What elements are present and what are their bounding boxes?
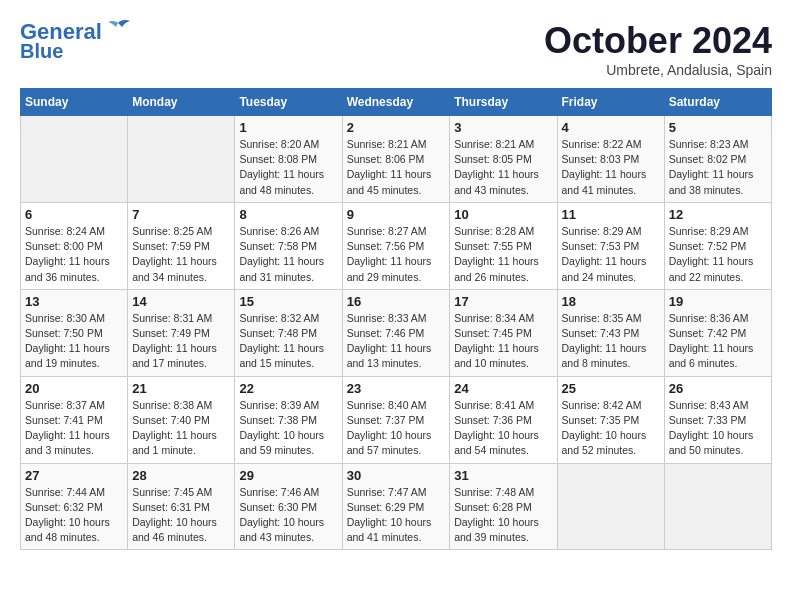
- day-number: 26: [669, 381, 767, 396]
- calendar-day-cell: 14Sunrise: 8:31 AMSunset: 7:49 PMDayligh…: [128, 289, 235, 376]
- calendar-day-cell: 4Sunrise: 8:22 AMSunset: 8:03 PMDaylight…: [557, 116, 664, 203]
- day-number: 1: [239, 120, 337, 135]
- day-number: 29: [239, 468, 337, 483]
- calendar-day-cell: 23Sunrise: 8:40 AMSunset: 7:37 PMDayligh…: [342, 376, 450, 463]
- day-number: 14: [132, 294, 230, 309]
- calendar-day-cell: 7Sunrise: 8:25 AMSunset: 7:59 PMDaylight…: [128, 202, 235, 289]
- day-number: 10: [454, 207, 552, 222]
- day-info: Sunrise: 7:48 AMSunset: 6:28 PMDaylight:…: [454, 485, 552, 546]
- day-number: 21: [132, 381, 230, 396]
- day-of-week-header: Thursday: [450, 89, 557, 116]
- logo-blue-text: Blue: [20, 40, 63, 62]
- calendar-day-cell: 18Sunrise: 8:35 AMSunset: 7:43 PMDayligh…: [557, 289, 664, 376]
- day-number: 17: [454, 294, 552, 309]
- calendar-day-cell: 15Sunrise: 8:32 AMSunset: 7:48 PMDayligh…: [235, 289, 342, 376]
- day-number: 24: [454, 381, 552, 396]
- day-info: Sunrise: 8:37 AMSunset: 7:41 PMDaylight:…: [25, 398, 123, 459]
- day-info: Sunrise: 7:47 AMSunset: 6:29 PMDaylight:…: [347, 485, 446, 546]
- day-number: 3: [454, 120, 552, 135]
- month-title: October 2024: [544, 20, 772, 62]
- day-info: Sunrise: 8:25 AMSunset: 7:59 PMDaylight:…: [132, 224, 230, 285]
- day-info: Sunrise: 8:23 AMSunset: 8:02 PMDaylight:…: [669, 137, 767, 198]
- day-of-week-header: Sunday: [21, 89, 128, 116]
- day-info: Sunrise: 8:43 AMSunset: 7:33 PMDaylight:…: [669, 398, 767, 459]
- day-number: 19: [669, 294, 767, 309]
- calendar-week-row: 13Sunrise: 8:30 AMSunset: 7:50 PMDayligh…: [21, 289, 772, 376]
- day-info: Sunrise: 8:35 AMSunset: 7:43 PMDaylight:…: [562, 311, 660, 372]
- day-info: Sunrise: 8:29 AMSunset: 7:53 PMDaylight:…: [562, 224, 660, 285]
- calendar-day-cell: 30Sunrise: 7:47 AMSunset: 6:29 PMDayligh…: [342, 463, 450, 550]
- day-number: 13: [25, 294, 123, 309]
- day-number: 2: [347, 120, 446, 135]
- logo: General Blue: [20, 20, 132, 62]
- calendar-week-row: 1Sunrise: 8:20 AMSunset: 8:08 PMDaylight…: [21, 116, 772, 203]
- day-info: Sunrise: 8:42 AMSunset: 7:35 PMDaylight:…: [562, 398, 660, 459]
- day-number: 8: [239, 207, 337, 222]
- day-number: 6: [25, 207, 123, 222]
- calendar-day-cell: [128, 116, 235, 203]
- calendar-day-cell: 25Sunrise: 8:42 AMSunset: 7:35 PMDayligh…: [557, 376, 664, 463]
- day-info: Sunrise: 8:22 AMSunset: 8:03 PMDaylight:…: [562, 137, 660, 198]
- calendar-day-cell: 29Sunrise: 7:46 AMSunset: 6:30 PMDayligh…: [235, 463, 342, 550]
- day-info: Sunrise: 8:24 AMSunset: 8:00 PMDaylight:…: [25, 224, 123, 285]
- day-info: Sunrise: 8:32 AMSunset: 7:48 PMDaylight:…: [239, 311, 337, 372]
- day-info: Sunrise: 8:21 AMSunset: 8:05 PMDaylight:…: [454, 137, 552, 198]
- calendar-day-cell: 12Sunrise: 8:29 AMSunset: 7:52 PMDayligh…: [664, 202, 771, 289]
- day-number: 16: [347, 294, 446, 309]
- calendar-day-cell: 21Sunrise: 8:38 AMSunset: 7:40 PMDayligh…: [128, 376, 235, 463]
- calendar-day-cell: 11Sunrise: 8:29 AMSunset: 7:53 PMDayligh…: [557, 202, 664, 289]
- location-subtitle: Umbrete, Andalusia, Spain: [544, 62, 772, 78]
- calendar-day-cell: 10Sunrise: 8:28 AMSunset: 7:55 PMDayligh…: [450, 202, 557, 289]
- day-number: 22: [239, 381, 337, 396]
- day-number: 28: [132, 468, 230, 483]
- calendar-day-cell: 20Sunrise: 8:37 AMSunset: 7:41 PMDayligh…: [21, 376, 128, 463]
- day-number: 12: [669, 207, 767, 222]
- calendar-day-cell: 8Sunrise: 8:26 AMSunset: 7:58 PMDaylight…: [235, 202, 342, 289]
- calendar-day-cell: 9Sunrise: 8:27 AMSunset: 7:56 PMDaylight…: [342, 202, 450, 289]
- day-info: Sunrise: 7:46 AMSunset: 6:30 PMDaylight:…: [239, 485, 337, 546]
- day-number: 15: [239, 294, 337, 309]
- calendar-day-cell: 16Sunrise: 8:33 AMSunset: 7:46 PMDayligh…: [342, 289, 450, 376]
- day-info: Sunrise: 8:36 AMSunset: 7:42 PMDaylight:…: [669, 311, 767, 372]
- calendar-day-cell: 31Sunrise: 7:48 AMSunset: 6:28 PMDayligh…: [450, 463, 557, 550]
- calendar-day-cell: 2Sunrise: 8:21 AMSunset: 8:06 PMDaylight…: [342, 116, 450, 203]
- calendar-week-row: 20Sunrise: 8:37 AMSunset: 7:41 PMDayligh…: [21, 376, 772, 463]
- day-info: Sunrise: 8:40 AMSunset: 7:37 PMDaylight:…: [347, 398, 446, 459]
- calendar-day-cell: 1Sunrise: 8:20 AMSunset: 8:08 PMDaylight…: [235, 116, 342, 203]
- day-info: Sunrise: 8:31 AMSunset: 7:49 PMDaylight:…: [132, 311, 230, 372]
- calendar-day-cell: 17Sunrise: 8:34 AMSunset: 7:45 PMDayligh…: [450, 289, 557, 376]
- title-block: October 2024 Umbrete, Andalusia, Spain: [544, 20, 772, 78]
- calendar-table: SundayMondayTuesdayWednesdayThursdayFrid…: [20, 88, 772, 550]
- calendar-week-row: 6Sunrise: 8:24 AMSunset: 8:00 PMDaylight…: [21, 202, 772, 289]
- day-of-week-header: Tuesday: [235, 89, 342, 116]
- day-info: Sunrise: 8:38 AMSunset: 7:40 PMDaylight:…: [132, 398, 230, 459]
- day-number: 4: [562, 120, 660, 135]
- day-number: 18: [562, 294, 660, 309]
- calendar-day-cell: 22Sunrise: 8:39 AMSunset: 7:38 PMDayligh…: [235, 376, 342, 463]
- day-info: Sunrise: 8:34 AMSunset: 7:45 PMDaylight:…: [454, 311, 552, 372]
- day-info: Sunrise: 8:26 AMSunset: 7:58 PMDaylight:…: [239, 224, 337, 285]
- calendar-day-cell: 28Sunrise: 7:45 AMSunset: 6:31 PMDayligh…: [128, 463, 235, 550]
- day-info: Sunrise: 8:21 AMSunset: 8:06 PMDaylight:…: [347, 137, 446, 198]
- calendar-day-cell: 6Sunrise: 8:24 AMSunset: 8:00 PMDaylight…: [21, 202, 128, 289]
- day-number: 11: [562, 207, 660, 222]
- day-number: 5: [669, 120, 767, 135]
- day-info: Sunrise: 8:41 AMSunset: 7:36 PMDaylight:…: [454, 398, 552, 459]
- calendar-header-row: SundayMondayTuesdayWednesdayThursdayFrid…: [21, 89, 772, 116]
- day-info: Sunrise: 7:45 AMSunset: 6:31 PMDaylight:…: [132, 485, 230, 546]
- calendar-day-cell: [557, 463, 664, 550]
- day-info: Sunrise: 8:20 AMSunset: 8:08 PMDaylight:…: [239, 137, 337, 198]
- day-number: 7: [132, 207, 230, 222]
- calendar-day-cell: [21, 116, 128, 203]
- day-number: 25: [562, 381, 660, 396]
- day-of-week-header: Friday: [557, 89, 664, 116]
- day-of-week-header: Wednesday: [342, 89, 450, 116]
- day-number: 20: [25, 381, 123, 396]
- day-info: Sunrise: 8:39 AMSunset: 7:38 PMDaylight:…: [239, 398, 337, 459]
- day-of-week-header: Saturday: [664, 89, 771, 116]
- day-info: Sunrise: 8:29 AMSunset: 7:52 PMDaylight:…: [669, 224, 767, 285]
- day-info: Sunrise: 8:33 AMSunset: 7:46 PMDaylight:…: [347, 311, 446, 372]
- calendar-day-cell: 13Sunrise: 8:30 AMSunset: 7:50 PMDayligh…: [21, 289, 128, 376]
- bird-icon: [104, 19, 132, 41]
- calendar-day-cell: 5Sunrise: 8:23 AMSunset: 8:02 PMDaylight…: [664, 116, 771, 203]
